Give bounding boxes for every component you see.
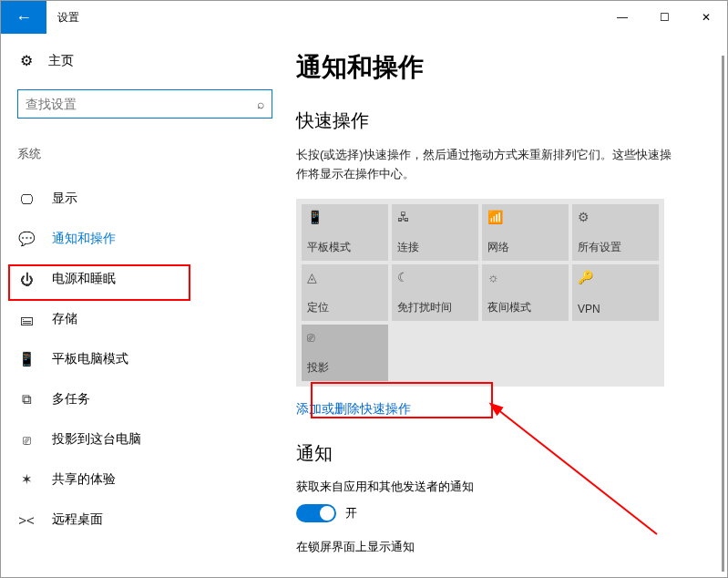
tile-label: 平板模式	[307, 240, 383, 255]
sidebar-item-label: 共享的体验	[52, 471, 116, 488]
tile-icon: 📶	[487, 210, 563, 224]
search-icon: ⌕	[257, 97, 264, 111]
notifications-desc-1: 获取来自应用和其他发送者的通知	[296, 479, 705, 495]
section-notifications-title: 通知	[296, 441, 705, 466]
tile-icon: ⎚	[307, 330, 383, 345]
main-panel: 通知和操作 快速操作 长按(或选择)快速操作，然后通过拖动方式来重新排列它们。这…	[274, 34, 727, 577]
sidebar-item-label: 远程桌面	[52, 511, 103, 528]
sidebar-item-icon: 📱	[17, 351, 36, 367]
sidebar-item-label: 电源和睡眠	[52, 271, 116, 287]
sidebar-item-2[interactable]: ⏻电源和睡眠	[17, 259, 282, 299]
sidebar-item-label: 多任务	[52, 391, 90, 408]
search-input[interactable]: ⌕	[17, 89, 272, 119]
sidebar-item-icon: ⎚	[17, 432, 36, 448]
tile-label: 免打扰时间	[397, 300, 473, 315]
sidebar-item-icon: ⧉	[17, 391, 36, 408]
tile-label: 定位	[307, 300, 383, 315]
sidebar-item-label: 平板电脑模式	[52, 351, 128, 367]
gear-icon: ⚙	[17, 52, 36, 69]
tile-icon: ☾	[397, 270, 473, 284]
sidebar: ⚙ 主页 ⌕ 系统 🖵显示💬通知和操作⏻电源和睡眠🖴存储📱平板电脑模式⧉多任务⎚…	[1, 34, 274, 577]
toggle-state-label: 开	[345, 505, 357, 521]
sidebar-item-1[interactable]: 💬通知和操作	[17, 219, 282, 259]
scrollbar-vertical[interactable]	[722, 56, 724, 572]
sidebar-item-label: 投影到这台电脑	[52, 431, 141, 448]
tile-label: 夜间模式	[487, 300, 563, 315]
sidebar-item-7[interactable]: ✶共享的体验	[17, 459, 282, 500]
tile-label: 连接	[397, 240, 473, 255]
sidebar-item-8[interactable]: ><远程桌面	[17, 500, 282, 540]
quick-action-tile-7[interactable]: 🔑VPN	[572, 264, 659, 321]
notifications-desc-2: 在锁屏界面上显示通知	[296, 539, 705, 555]
tile-icon: ☼	[487, 270, 563, 284]
quick-action-tile-0[interactable]: 📱平板模式	[302, 204, 388, 261]
toggle-knob-icon	[320, 506, 334, 521]
page-title: 通知和操作	[296, 50, 705, 85]
sidebar-item-label: 存储	[52, 311, 77, 327]
sidebar-home-label: 主页	[48, 53, 74, 69]
tile-icon: ◬	[307, 270, 383, 284]
tile-label: VPN	[578, 303, 653, 315]
window-title: 设置	[57, 10, 79, 26]
tile-icon: 🖧	[397, 210, 473, 224]
sidebar-item-icon: 🖴	[17, 312, 36, 327]
sidebar-item-4[interactable]: 📱平板电脑模式	[17, 339, 282, 379]
back-button[interactable]: ←	[1, 1, 46, 34]
sidebar-item-6[interactable]: ⎚投影到这台电脑	[17, 419, 282, 459]
section-quick-actions-desc: 长按(或选择)快速操作，然后通过拖动方式来重新排列它们。这些快速操作将显示在操作…	[296, 146, 679, 184]
quick-action-tile-2[interactable]: 📶网络	[482, 204, 569, 261]
toggle-pill-icon	[296, 504, 336, 522]
sidebar-category: 系统	[17, 146, 274, 162]
quick-action-tile-3[interactable]: ⚙所有设置	[572, 204, 659, 261]
window-controls: — ☐ ✕	[601, 1, 727, 34]
section-quick-actions-title: 快速操作	[296, 108, 705, 133]
notifications-toggle[interactable]: 开	[296, 504, 705, 522]
maximize-button[interactable]: ☐	[643, 1, 685, 34]
tile-icon: ⚙	[578, 210, 653, 224]
quick-action-tile-4[interactable]: ◬定位	[302, 264, 388, 321]
quick-actions-grid: 📱平板模式🖧连接📶网络⚙所有设置◬定位☾免打扰时间☼夜间模式🔑VPN⎚投影	[296, 199, 664, 387]
tile-icon: 🔑	[578, 270, 653, 284]
close-button[interactable]: ✕	[685, 1, 727, 34]
sidebar-item-5[interactable]: ⧉多任务	[17, 379, 282, 419]
quick-action-tile-5[interactable]: ☾免打扰时间	[392, 264, 478, 321]
sidebar-item-label: 通知和操作	[52, 231, 116, 247]
back-arrow-icon: ←	[15, 8, 32, 27]
tile-label: 网络	[487, 240, 563, 255]
sidebar-item-icon: 🖵	[17, 191, 36, 207]
sidebar-item-icon: ⏻	[17, 272, 36, 287]
quick-action-tile-6[interactable]: ☼夜间模式	[482, 264, 569, 321]
search-field[interactable]	[26, 97, 257, 111]
quick-action-tile-8[interactable]: ⎚投影	[302, 325, 388, 381]
sidebar-item-icon: ✶	[17, 471, 36, 488]
tile-icon: 📱	[307, 210, 383, 224]
minimize-button[interactable]: —	[601, 1, 643, 34]
title-bar: ← 设置 — ☐ ✕	[1, 1, 727, 34]
tile-label: 投影	[307, 360, 383, 376]
quick-action-tile-1[interactable]: 🖧连接	[392, 204, 478, 261]
sidebar-home[interactable]: ⚙ 主页	[17, 52, 274, 69]
sidebar-item-3[interactable]: 🖴存储	[17, 299, 282, 339]
add-remove-quick-actions-link[interactable]: 添加或删除快速操作	[296, 401, 411, 418]
sidebar-item-icon: 💬	[17, 231, 36, 247]
sidebar-item-0[interactable]: 🖵显示	[17, 179, 282, 219]
sidebar-item-icon: ><	[17, 512, 36, 528]
tile-label: 所有设置	[578, 240, 653, 255]
sidebar-item-label: 显示	[52, 191, 77, 207]
